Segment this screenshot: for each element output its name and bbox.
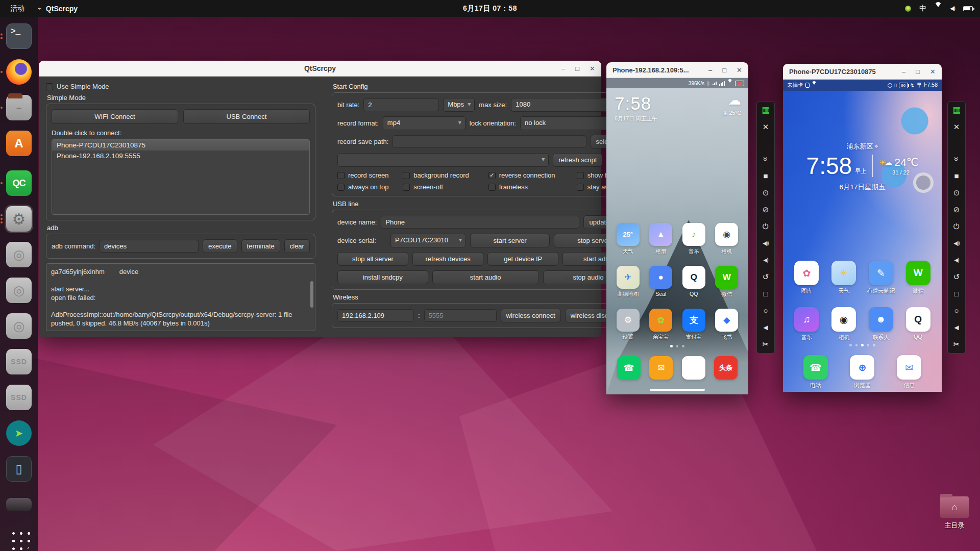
power-icon[interactable]: ⏻ bbox=[953, 222, 960, 231]
refresh-script-button[interactable]: refresh script bbox=[553, 153, 602, 167]
show-screen-icon[interactable]: ⊙ bbox=[763, 189, 769, 197]
clear-button[interactable]: clear bbox=[284, 239, 310, 253]
clock[interactable]: 6月17日 07：58 bbox=[463, 4, 517, 13]
record-save-path-input[interactable] bbox=[393, 135, 586, 148]
background record[interactable]: background record bbox=[403, 171, 488, 179]
execute-button[interactable]: execute bbox=[203, 239, 237, 253]
clock-widget[interactable]: 7:58 6月17日 周五上午 bbox=[615, 94, 657, 122]
dock-ssd-1[interactable]: SSD bbox=[5, 347, 33, 376]
screenshot-icon[interactable]: ✂ bbox=[763, 340, 769, 348]
camera-app[interactable]: ◉ 相机 bbox=[713, 223, 741, 255]
dock-disk-2[interactable]: ◎ bbox=[5, 276, 33, 305]
phone2-screen[interactable]: 浦东新区 ⌖ 7:58 早上 ☀ ☁ 24℃ 31 / 22 6月17日星期五 bbox=[783, 91, 942, 392]
refresh-devices-button[interactable]: refresh devices bbox=[412, 252, 483, 266]
usb-connect-button[interactable]: USB Connect bbox=[183, 109, 310, 124]
back-icon[interactable]: ◄ bbox=[762, 323, 770, 332]
volume-up-icon[interactable]: ◀)) bbox=[763, 239, 768, 247]
phone-app[interactable]: ☎ 电话 bbox=[801, 355, 830, 389]
volume-up-icon[interactable]: ◀)) bbox=[953, 239, 959, 247]
checkbox-box[interactable] bbox=[577, 184, 584, 191]
alipay-app[interactable]: 支 支付宝 bbox=[679, 309, 708, 341]
app-switch-icon[interactable]: □ bbox=[763, 290, 768, 298]
home-icon[interactable]: ○ bbox=[954, 307, 959, 315]
screen-off[interactable]: screen-off bbox=[403, 183, 488, 191]
close-button[interactable]: ✕ bbox=[736, 66, 743, 74]
checkbox-box[interactable] bbox=[577, 172, 584, 179]
adb-log-output[interactable]: ga7d65ylnj6xinhm device start server... … bbox=[46, 263, 315, 331]
home-folder-shortcut[interactable]: ⌂ 主目录 bbox=[930, 496, 979, 530]
reverse connection[interactable]: reverse connection bbox=[488, 171, 577, 179]
gallery-app[interactable]: ✿ 图库 bbox=[792, 261, 821, 295]
power-icon[interactable]: ⏻ bbox=[763, 222, 769, 231]
scrollbar-thumb[interactable] bbox=[310, 281, 313, 308]
device-list[interactable]: Phone-P7CDU17C23010875 Phone-192.168.2.1… bbox=[52, 139, 310, 215]
show-screen-icon[interactable]: ⊙ bbox=[953, 189, 960, 197]
input-method-indicator[interactable]: 中 bbox=[919, 4, 926, 13]
focused-app-menu[interactable]: ⌁ QtScrcpy bbox=[38, 5, 78, 13]
wechat-app[interactable]: W 微信 bbox=[904, 261, 933, 295]
dock-files[interactable]: – bbox=[5, 93, 33, 122]
phone-app[interactable]: ☎ bbox=[615, 356, 643, 380]
dock-usb-drive[interactable] bbox=[5, 490, 33, 519]
get-device-ip-button[interactable]: get device IP bbox=[487, 252, 558, 266]
checkbox-box[interactable] bbox=[403, 172, 410, 179]
music-app[interactable]: ♫ 音乐 bbox=[792, 307, 821, 341]
dock-settings[interactable]: ⚙ bbox=[5, 205, 33, 233]
device-serial-select[interactable]: P7CDU17C23010 bbox=[390, 234, 466, 247]
install-sndcpy-button[interactable]: install sndcpy bbox=[337, 270, 428, 284]
phone1-screen[interactable]: 7:58 6月17日 周五上午 ☁ 阴 25°C 25° 天气 ▲ 相册 ♪ bbox=[606, 88, 748, 394]
use-simple-mode-checkbox[interactable]: Use Simple Mode bbox=[46, 83, 315, 90]
qinbaobao-app[interactable]: ✿ 亲宝宝 bbox=[647, 309, 675, 341]
always on top[interactable]: always on top bbox=[337, 183, 403, 191]
seal-app[interactable]: ● Seal bbox=[647, 266, 675, 298]
record-format-select[interactable]: mp4 bbox=[383, 116, 465, 130]
music-app[interactable]: ♪ 音乐 bbox=[679, 223, 708, 255]
expand-more-icon[interactable]: » bbox=[763, 155, 768, 163]
screen-live-icon[interactable]: ■ bbox=[763, 172, 768, 180]
close-button[interactable]: ✕ bbox=[589, 64, 596, 73]
home-icon[interactable]: ○ bbox=[763, 307, 768, 315]
wireless-connect-button[interactable]: wireless connect bbox=[501, 309, 561, 322]
weather-app[interactable]: 25° 天气 bbox=[614, 223, 642, 255]
amap-app[interactable]: ✈ 高德地图 bbox=[614, 266, 642, 298]
device-name-input[interactable] bbox=[381, 216, 579, 229]
dock-firefox[interactable] bbox=[5, 58, 33, 86]
weather-widget[interactable]: ☁ 阴 25°C bbox=[722, 93, 741, 117]
expand-more-icon[interactable]: » bbox=[954, 155, 959, 163]
toutiao-app[interactable]: 头条 bbox=[712, 356, 740, 380]
checkbox-box[interactable] bbox=[46, 83, 53, 90]
weather-app[interactable]: ☀ 天气 bbox=[829, 261, 858, 295]
gallery-app[interactable]: ▲ 相册 bbox=[647, 223, 675, 255]
checkbox-box[interactable] bbox=[337, 184, 345, 191]
bit-rate-input[interactable] bbox=[363, 98, 439, 111]
minimize-button[interactable]: – bbox=[707, 66, 713, 74]
fullscreen-icon[interactable]: ✕ bbox=[953, 123, 960, 131]
youdao-note-app[interactable]: ✎ 有道云笔记 bbox=[867, 261, 895, 295]
start-audio-button[interactable]: start audio bbox=[432, 270, 539, 284]
dock-terminal[interactable]: >_ bbox=[5, 22, 33, 51]
checkbox-box[interactable] bbox=[337, 172, 345, 179]
checkbox-box[interactable] bbox=[488, 184, 496, 191]
feishu-app[interactable]: ◆ 飞书 bbox=[713, 309, 741, 341]
rotate-screen-icon[interactable]: ↺ bbox=[763, 273, 769, 281]
script-select[interactable] bbox=[337, 153, 549, 167]
device-list-item[interactable]: Phone-P7CDU17C23010875 bbox=[52, 140, 309, 151]
dock-qtcreator[interactable]: QC bbox=[5, 169, 33, 197]
maximize-button[interactable]: □ bbox=[721, 66, 727, 74]
volume-down-icon[interactable]: ◀) bbox=[954, 256, 959, 264]
hide-screen-icon[interactable]: ⊘ bbox=[953, 206, 960, 214]
wechat-app[interactable]: W 微信 bbox=[713, 266, 741, 298]
battery-icon[interactable] bbox=[963, 6, 973, 11]
volume-icon[interactable]: ◀) bbox=[950, 5, 955, 12]
activities-button[interactable]: 活动 bbox=[10, 4, 24, 13]
dock-ssd-2[interactable]: SSD bbox=[5, 383, 33, 412]
dock-phone-device[interactable]: ▯ bbox=[5, 455, 33, 483]
settings-app[interactable]: ⚙ 设置 bbox=[614, 309, 642, 341]
frameless[interactable]: frameless bbox=[488, 183, 577, 191]
fullscreen-icon[interactable]: ✕ bbox=[763, 123, 769, 131]
group-control-icon[interactable]: ▦ bbox=[762, 106, 770, 114]
dock-disk-3[interactable]: ◎ bbox=[5, 312, 33, 340]
back-icon[interactable]: ◄ bbox=[953, 323, 961, 332]
home-indicator-bar[interactable] bbox=[650, 389, 705, 391]
wifi-icon[interactable] bbox=[935, 2, 942, 11]
